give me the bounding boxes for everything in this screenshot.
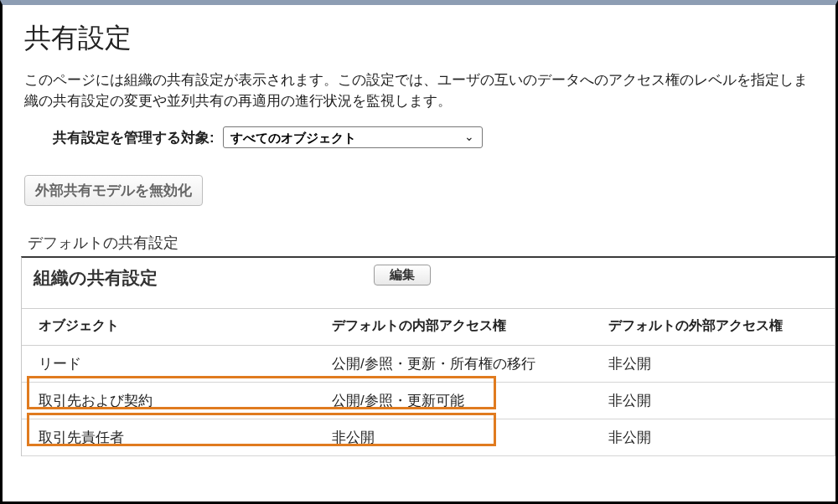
org-wide-defaults-table: オブジェクト デフォルトの内部アクセス権 デフォルトの外部アクセス権 リード 公…	[22, 308, 835, 456]
page-description: このページには組織の共有設定が表示されます。この設定では、ユーザの互いのデータへ…	[24, 70, 835, 111]
app-window: 共有設定 このページには組織の共有設定が表示されます。この設定では、ユーザの互い…	[0, 0, 838, 504]
cell-internal: 公開/参照・更新・所有権の移行	[315, 346, 592, 383]
cell-external: 非公開	[592, 419, 835, 456]
description-line2: 織の共有設定の変更や並列共有の再適用の進行状況を監視します。	[24, 93, 452, 109]
cell-object: 取引先責任者	[22, 419, 315, 456]
manage-target-select-wrap: すべてのオブジェクト ⌄	[223, 126, 483, 148]
cell-object: 取引先および契約	[22, 383, 315, 419]
column-header-external: デフォルトの外部アクセス権	[592, 309, 835, 346]
cell-object: リード	[22, 346, 315, 383]
column-header-internal: デフォルトの内部アクセス権	[315, 309, 592, 346]
cell-external: 非公開	[592, 346, 835, 383]
manage-target-row: 共有設定を管理する対象: すべてのオブジェクト ⌄	[53, 126, 835, 148]
table-header-row: オブジェクト デフォルトの内部アクセス権 デフォルトの外部アクセス権	[22, 309, 835, 346]
table-row: 取引先責任者 非公開 非公開	[22, 419, 835, 456]
org-wide-defaults-title: 組織の共有設定	[34, 266, 158, 290]
default-sharing-section-label: デフォルトの共有設定	[28, 233, 835, 253]
cell-internal: 公開/参照・更新可能	[315, 383, 592, 419]
org-wide-defaults-panel: 組織の共有設定 編集 オブジェクト デフォルトの内部アクセス権 デフォルトの外部…	[21, 256, 835, 456]
description-line1: このページには組織の共有設定が表示されます。この設定では、ユーザの互いのデータへ…	[24, 72, 808, 88]
page-title: 共有設定	[24, 20, 835, 57]
table-row: 取引先および契約 公開/参照・更新可能 非公開	[22, 383, 835, 419]
table-row: リード 公開/参照・更新・所有権の移行 非公開	[22, 346, 835, 383]
manage-target-label: 共有設定を管理する対象:	[53, 128, 215, 147]
column-header-object: オブジェクト	[22, 309, 315, 346]
edit-button[interactable]: 編集	[374, 265, 431, 285]
disable-external-sharing-button[interactable]: 外部共有モデルを無効化	[24, 175, 203, 206]
panel-header: 組織の共有設定 編集	[22, 258, 835, 308]
manage-target-select[interactable]: すべてのオブジェクト	[223, 126, 483, 148]
cell-external: 非公開	[592, 383, 835, 419]
cell-internal: 非公開	[315, 419, 592, 456]
